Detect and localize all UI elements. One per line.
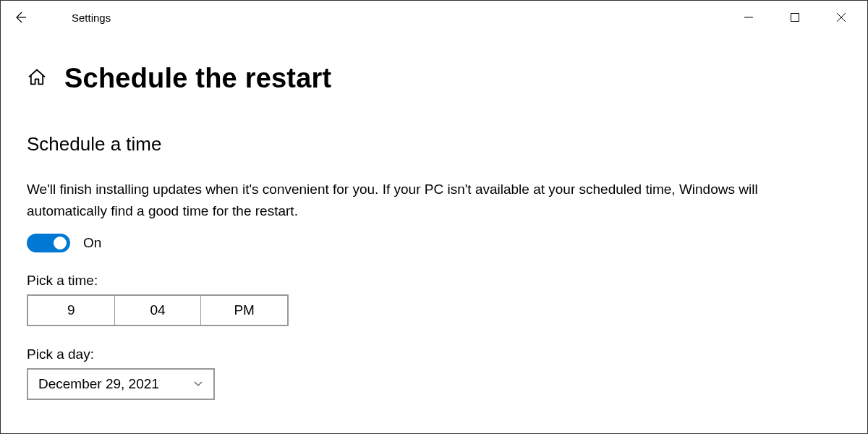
schedule-toggle-row: On [27, 234, 841, 252]
close-icon [836, 12, 846, 22]
back-arrow-icon [13, 10, 27, 25]
toggle-knob [54, 237, 67, 250]
window-controls [726, 1, 864, 34]
maximize-icon [790, 12, 800, 22]
schedule-toggle[interactable] [27, 234, 70, 252]
minimize-icon [744, 12, 754, 22]
content: Schedule the restart Schedule a time We'… [1, 34, 867, 400]
maximize-button[interactable] [772, 1, 818, 34]
pick-time-label: Pick a time: [27, 273, 841, 289]
day-picker[interactable]: December 29, 2021 [27, 368, 215, 400]
close-button[interactable] [818, 1, 864, 34]
day-value: December 29, 2021 [38, 376, 159, 392]
home-icon [27, 67, 47, 88]
titlebar: Settings [1, 1, 867, 34]
window-title: Settings [37, 12, 111, 24]
back-button[interactable] [4, 1, 37, 34]
section-description: We'll finish installing updates when it'… [27, 179, 822, 222]
page-header: Schedule the restart [27, 63, 841, 94]
toggle-state-label: On [83, 235, 101, 251]
time-picker[interactable]: 9 04 PM [27, 294, 289, 326]
time-hour[interactable]: 9 [28, 296, 115, 325]
page-title: Schedule the restart [64, 63, 331, 94]
home-button[interactable] [27, 67, 47, 90]
chevron-down-icon [193, 376, 203, 392]
pick-day-label: Pick a day: [27, 346, 841, 362]
svg-rect-0 [791, 14, 799, 22]
section-title: Schedule a time [27, 133, 841, 156]
minimize-button[interactable] [726, 1, 772, 34]
time-period[interactable]: PM [201, 296, 287, 325]
time-minute[interactable]: 04 [115, 296, 202, 325]
